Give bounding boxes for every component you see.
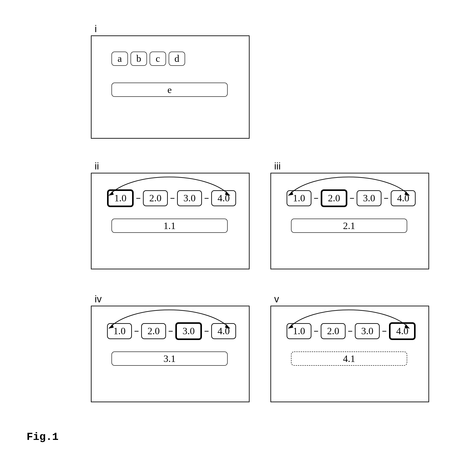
panel-iii-pill-3: 4.0 — [391, 190, 416, 206]
panel-iv-pill-3: 4.0 — [211, 323, 236, 339]
connector-icon — [314, 198, 318, 199]
connector-icon — [171, 198, 175, 199]
connector-icon — [382, 331, 386, 332]
panel-i-button-c: c — [150, 51, 166, 66]
connector-icon — [205, 331, 209, 332]
panel-iii-pill-2: 3.0 — [357, 190, 382, 206]
panel-i-button-b: b — [131, 51, 147, 66]
panel-iv-pill-row: 1.0 2.0 3.0 4.0 — [107, 322, 236, 340]
connector-icon — [135, 331, 139, 332]
panel-iii-pill-row: 1.0 2.0 3.0 4.0 — [287, 189, 416, 207]
panel-i-tag: i — [95, 23, 97, 34]
panel-ii-pill-1: 2.0 — [143, 190, 168, 206]
panel-ii-widebox: 1.1 — [111, 219, 228, 233]
panel-iv-widebox: 3.1 — [111, 352, 228, 366]
panel-v-pill-2: 3.0 — [355, 323, 380, 339]
panel-i: i a b c d e — [91, 35, 250, 139]
panel-ii-tag: ii — [95, 161, 99, 172]
panel-iv-tag: iv — [95, 293, 102, 305]
panel-ii-pill-row: 1.0 2.0 3.0 4.0 — [107, 189, 236, 207]
panel-v-pill-0: 1.0 — [287, 323, 311, 339]
connector-icon — [384, 198, 388, 199]
connector-icon — [350, 198, 354, 199]
panel-i-button-a: a — [111, 51, 128, 66]
panel-iii-pill-1: 2.0 — [321, 189, 347, 207]
panel-i-button-d: d — [169, 51, 185, 66]
panel-ii-pill-0: 1.0 — [107, 189, 134, 207]
panel-i-button-row: a b c d — [111, 51, 185, 66]
connector-icon — [314, 331, 318, 332]
connector-icon — [348, 331, 352, 332]
panel-ii-pill-3: 4.0 — [211, 190, 236, 206]
panel-iv: iv 1.0 2.0 3.0 4.0 3.1 — [91, 306, 250, 402]
panel-iv-pill-1: 2.0 — [141, 323, 166, 339]
figure-canvas: Fig.1 i a b c d e ii 1.0 2.0 3.0 4.0 1.1 — [27, 22, 448, 443]
panel-iii-widebox: 2.1 — [291, 219, 407, 233]
connector-icon — [136, 198, 140, 199]
connector-icon — [205, 198, 209, 199]
panel-iv-pill-0: 1.0 — [107, 323, 132, 339]
panel-v-tag: v — [274, 293, 279, 305]
panel-v-pill-row: 1.0 2.0 3.0 4.0 — [287, 322, 416, 340]
panel-v: v 1.0 2.0 3.0 4.0 4.1 — [270, 306, 429, 402]
panel-v-pill-1: 2.0 — [321, 323, 346, 339]
panel-i-widebox: e — [111, 83, 228, 97]
panel-iii-pill-0: 1.0 — [287, 190, 311, 206]
panel-iii-tag: iii — [274, 161, 280, 172]
panel-v-pill-3: 4.0 — [389, 322, 416, 340]
figure-label: Fig.1 — [27, 431, 58, 443]
panel-ii-pill-2: 3.0 — [177, 190, 202, 206]
panel-iii: iii 1.0 2.0 3.0 4.0 2.1 — [270, 173, 429, 269]
panel-iv-pill-2: 3.0 — [175, 322, 202, 340]
panel-v-widebox: 4.1 — [291, 352, 407, 366]
connector-icon — [169, 331, 173, 332]
panel-ii: ii 1.0 2.0 3.0 4.0 1.1 — [91, 173, 250, 269]
